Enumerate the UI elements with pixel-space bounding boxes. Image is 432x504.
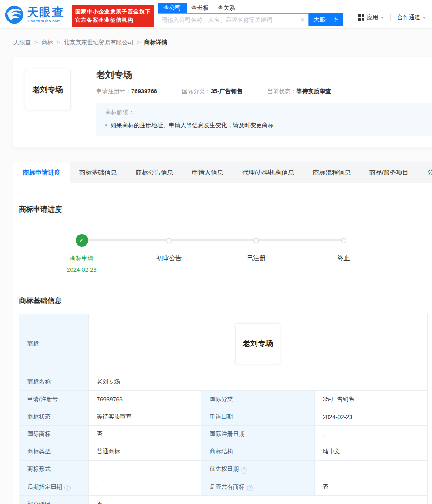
- breadcrumb-company[interactable]: 北京京东世纪贸易有限公司: [64, 39, 133, 46]
- search-input[interactable]: [162, 17, 297, 23]
- tab-agency-info[interactable]: 代理/办理机构信息: [233, 162, 304, 183]
- step-registered: 已注册: [213, 234, 300, 273]
- row-value: 老刘专场: [89, 373, 428, 391]
- interpretation-text: 如果商标的注册地址、申请人等信息发生变化，请及时变更商标: [111, 121, 274, 129]
- progress-stepper: ✓ 商标申请 2024-02-23 初审公告 已注册 终止: [38, 234, 387, 273]
- top-bar: 天眼查 TianYanCha.com 国家中小企业发展子基金旗下 官方备案企业征…: [0, 0, 432, 29]
- trademark-name: 老刘专场: [96, 69, 432, 81]
- search-tab-relation[interactable]: 查关系: [213, 3, 240, 13]
- tab-applicant-info[interactable]: 申请人信息: [183, 162, 233, 183]
- apps-menu[interactable]: 应用: [358, 13, 384, 21]
- badge-line2: 官方备案企业征信机构: [75, 16, 151, 25]
- row-label: 商标结构: [201, 443, 314, 461]
- logo-domain: TianYanCha.com: [27, 19, 64, 23]
- row-label: 商标状态: [19, 408, 89, 426]
- table-row: 商标名称 老刘专场: [19, 373, 428, 391]
- row-label: 商标类型: [19, 443, 89, 461]
- progress-section-title: 商标申请进度: [19, 183, 432, 214]
- search-tab-company[interactable]: 查公司: [158, 3, 187, 13]
- field-intl-class: 国际分类：35-广告销售: [182, 87, 243, 95]
- apps-menu-label: 应用: [367, 13, 378, 21]
- main-content: 商标申请进度 ✓ 商标申请 2024-02-23 初审公告 已注册 终止 商标基…: [13, 183, 432, 504]
- table-row: 商标形式 - 优先权日期? -: [19, 461, 428, 478]
- trademark-interpretation-box: 商标解读： 如果商标的注册地址、申请人等信息发生变化，请及时变更商标: [96, 103, 432, 136]
- row-value: 76939766: [89, 391, 201, 408]
- pending-circle-icon: [253, 238, 259, 243]
- detail-tabbar: 商标申请进度 商标基础信息 商标公告信息 申请人信息 代理/办理机构信息 商标流…: [13, 162, 432, 183]
- row-label: 后期指定日期: [27, 483, 62, 490]
- interpretation-title: 商标解读：: [105, 108, 432, 116]
- top-right-nav: 应用 合作通道 企: [358, 13, 432, 21]
- row-value: 普通商标: [89, 443, 201, 461]
- basic-info-table: 商标 老刘专场 商标名称 老刘专场 申请/注册号 76939766 国际分类 3…: [19, 314, 428, 504]
- row-label: 商标形式: [19, 461, 89, 478]
- table-row: 国际商标 否 国际注册日期 -: [19, 426, 428, 443]
- row-value: 否: [89, 496, 428, 504]
- row-value: 否: [89, 426, 201, 443]
- tianyancha-logo[interactable]: 天眼查 TianYanCha.com: [4, 5, 64, 25]
- partner-menu[interactable]: 合作通道: [397, 13, 426, 21]
- row-value: 等待实质审查: [89, 408, 201, 426]
- field-value: 等待实质审查: [296, 88, 331, 94]
- interpretation-item: 如果商标的注册地址、申请人等信息发生变化，请及时变更商标: [105, 121, 432, 129]
- breadcrumb-separator: >: [57, 39, 60, 46]
- field-value: 76939766: [131, 88, 157, 94]
- trademark-image-cell: 老刘专场: [89, 314, 428, 373]
- row-value: -: [89, 478, 201, 496]
- row-label: 是否共有商标: [210, 483, 244, 490]
- table-row: 后期指定日期? - 是否共有商标? 否: [19, 478, 428, 496]
- field-label: 申请注册号：: [96, 88, 131, 94]
- step-label: 终止: [338, 254, 350, 262]
- logo-title: 天眼查: [27, 6, 64, 18]
- trademark-image: 老刘专场: [235, 323, 280, 364]
- help-icon[interactable]: ?: [241, 467, 247, 474]
- partner-menu-label: 合作通道: [397, 13, 420, 21]
- field-current-status: 当前状态：等待实质审查: [267, 87, 331, 95]
- row-value: -: [314, 426, 427, 443]
- field-registration-number: 申请注册号：76939766: [96, 87, 157, 95]
- clear-search-icon[interactable]: ✕: [300, 17, 305, 23]
- search-button[interactable]: 天眼一下: [309, 13, 343, 26]
- step-label: 已注册: [247, 254, 266, 262]
- table-row: 商标 老刘专场: [19, 314, 428, 373]
- search-tab-boss[interactable]: 查老板: [187, 3, 213, 13]
- tab-gazette-info[interactable]: 公告信息: [418, 162, 432, 183]
- basic-info-section-title: 商标基础信息: [19, 296, 432, 306]
- help-icon[interactable]: ?: [247, 485, 253, 491]
- breadcrumb-home[interactable]: 天眼查: [13, 39, 31, 46]
- certification-badge: 国家中小企业发展子基金旗下 官方备案企业征信机构: [72, 5, 154, 27]
- row-label: 部分驳回: [19, 496, 89, 504]
- table-row: 商标状态 等待实质审查 申请日期 2024-02-23: [19, 408, 428, 426]
- trademark-image: 老刘专场: [25, 69, 71, 110]
- step-label: 商标申请: [70, 254, 94, 262]
- tab-announcement-info[interactable]: 商标公告信息: [126, 162, 183, 183]
- row-value: 35-广告销售: [314, 391, 427, 408]
- field-value: 35-广告销售: [211, 88, 243, 94]
- chevron-down-icon: [423, 17, 426, 19]
- search-box: ✕: [158, 13, 309, 26]
- step-label: 初审公告: [157, 254, 182, 262]
- divider: [390, 14, 391, 21]
- breadcrumb: 天眼查>商标>北京京东世纪贸易有限公司>商标详情: [13, 38, 432, 47]
- step-preliminary-publication: 初审公告: [125, 234, 213, 273]
- row-value: 2024-02-23: [314, 408, 427, 426]
- tab-application-progress[interactable]: 商标申请进度: [13, 162, 70, 183]
- table-row: 部分驳回 否: [19, 496, 428, 504]
- row-value: 纯中文: [314, 443, 427, 461]
- apps-grid-icon: [358, 14, 364, 21]
- bullet-dot: [105, 124, 107, 126]
- step-application: ✓ 商标申请 2024-02-23: [38, 234, 125, 273]
- tianyancha-logo-icon: [4, 5, 24, 25]
- row-label: 申请/注册号: [19, 391, 89, 408]
- row-label-co-owned: 是否共有商标?: [201, 478, 314, 496]
- badge-line1: 国家中小企业发展子基金旗下: [75, 8, 151, 16]
- row-label: 国际分类: [201, 391, 314, 408]
- breadcrumb-trademark[interactable]: 商标: [42, 39, 53, 46]
- tab-process-info[interactable]: 商标流程信息: [304, 162, 360, 183]
- tab-goods-services[interactable]: 商品/服务项目: [360, 162, 418, 183]
- tab-basic-info[interactable]: 商标基础信息: [70, 162, 126, 183]
- help-icon[interactable]: ?: [64, 485, 71, 491]
- row-label-priority-date: 优先权日期?: [201, 461, 314, 478]
- breadcrumb-separator: >: [137, 39, 141, 46]
- check-circle-icon: ✓: [76, 234, 88, 247]
